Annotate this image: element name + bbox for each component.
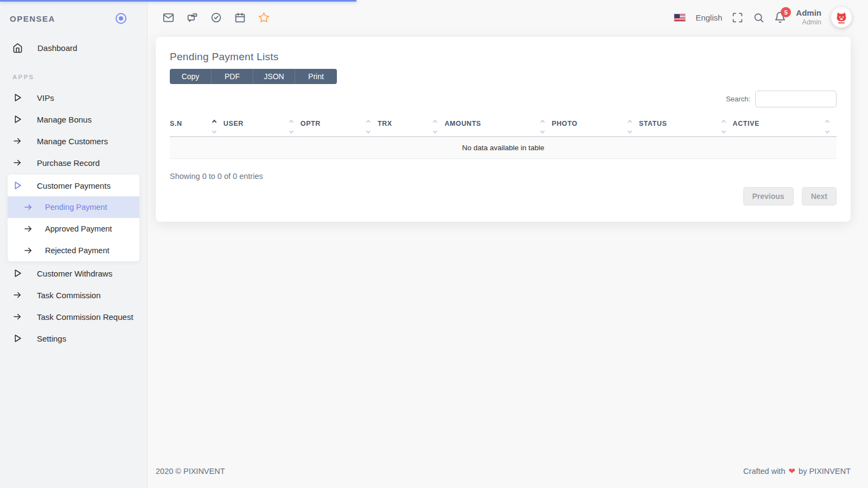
sidebar-item-label: Purchase Record [37,158,100,168]
sort-asc-icon [289,120,293,124]
search-label: Search: [726,95,750,103]
page-loading-bar [0,0,356,2]
chat-shortcut-button[interactable] [187,12,198,23]
star-shortcut-button[interactable] [258,12,270,23]
sidebar-item-label: Customer Withdraws [37,269,112,278]
user-menu[interactable]: Admin Admin [796,8,821,27]
column-header-sn[interactable]: S.N [170,115,224,137]
empty-message: No data available in table [170,137,837,159]
column-header-status[interactable]: STATUS [639,115,733,137]
sidebar-item-label: VIPs [37,93,54,102]
sort-desc-icon [289,129,293,133]
footer-credit-suffix: by PIXINVENT [799,467,851,476]
home-icon [12,43,23,53]
sort-icons [433,120,437,133]
sidebar-item-label: Manage Bonus [37,115,92,124]
sidebar-item-label: Task Commission Request [37,312,133,322]
pdf-export-button[interactable]: PDF [212,69,253,84]
json-export-button[interactable]: JSON [253,69,295,84]
fullscreen-button[interactable] [732,12,743,23]
sort-asc-icon [721,120,725,124]
sidebar-item-manage-bonus[interactable]: Manage Bonus [0,108,147,130]
sort-asc-icon [627,120,631,124]
footer-credit-prefix: Crafted with [743,467,785,476]
heart-icon: ❤ [789,466,796,476]
pagination: Previous Next [170,187,837,206]
check-circle-shortcut-button[interactable] [210,12,222,23]
column-header-amounts[interactable]: AMOUNTS [444,115,552,137]
column-header-trx[interactable]: TRX [378,115,445,137]
mail-shortcut-button[interactable] [163,12,174,23]
column-header-label: STATUS [639,120,667,127]
print-export-button[interactable]: Print [295,69,337,84]
sidebar-item-label: Dashboard [37,43,77,53]
notifications-button[interactable]: 5 [774,11,786,23]
sidebar-pin-toggle-icon[interactable] [116,13,126,24]
sidebar-item-label: Settings [37,334,66,343]
sidebar-item-customer-withdraws[interactable]: Customer Withdraws [0,262,147,284]
avatar[interactable] [831,7,852,28]
calendar-shortcut-button[interactable] [234,12,246,23]
brand: OPENSEA [0,0,147,37]
search-button[interactable] [753,12,764,23]
sort-desc-icon [540,129,545,133]
triangle-right-icon [12,333,22,343]
sidebar-item-task-commission-request[interactable]: Task Commission Request [0,306,147,328]
pending-payments-card: Pending Payment Lists CopyPDFJSONPrint S… [156,37,851,222]
column-header-label: ACTIVE [733,120,760,127]
sort-icons [628,120,631,133]
sidebar-item-settings[interactable]: Settings [0,328,147,349]
sidebar: OPENSEA Dashboard APPS VIPsManage BonusM… [0,0,148,488]
column-header-active[interactable]: ACTIVE [733,115,837,137]
sort-icons [367,120,370,133]
arrow-right-icon [23,202,33,212]
triangle-right-icon [12,114,22,124]
sort-icons [213,120,216,133]
column-header-label: PHOTO [552,120,577,127]
triangle-right-icon [12,93,22,102]
navbar-right: English 5 Admin Admin [674,7,852,28]
previous-page-button[interactable]: Previous [743,187,794,206]
sidebar-item-manage-customers[interactable]: Manage Customers [0,130,147,152]
sidebar-item-customer-payments[interactable]: Customer Payments [8,175,139,196]
arrow-right-icon [12,290,22,300]
table-header-row: S.NUSEROPTRTRXAMOUNTSPHOTOSTATUSACTIVE [170,115,837,137]
table-search-input[interactable] [755,91,837,107]
sidebar-item-dashboard[interactable]: Dashboard [0,37,147,59]
next-page-button[interactable]: Next [802,187,837,206]
sidebar-item-vips[interactable]: VIPs [0,87,147,108]
sidebar-item-label: Customer Payments [37,181,111,190]
arrow-right-icon [23,246,33,255]
us-flag-icon [674,14,686,22]
sidebar-item-label: Task Commission [37,291,101,300]
top-navbar: English 5 Admin Admin [148,0,868,35]
page-title: Pending Payment Lists [170,51,837,63]
sidebar-item-label: Manage Customers [37,137,108,146]
column-header-optr[interactable]: OPTR [301,115,378,137]
sidebar-subitem-approved-payment[interactable]: Approved Payment [8,218,139,240]
sort-desc-icon [366,129,371,133]
column-header-user[interactable]: USER [224,115,301,137]
sort-asc-icon [433,120,437,124]
sidebar-item-task-commission[interactable]: Task Commission [0,284,147,306]
language-selector[interactable]: English [695,13,722,22]
main-area: English 5 Admin Admin [148,0,868,488]
sidebar-subitem-rejected-payment[interactable]: Rejected Payment [8,240,139,261]
star-icon [258,12,270,23]
sidebar-subitem-pending-payment[interactable]: Pending Payment [8,196,139,218]
copy-export-button[interactable]: Copy [170,69,212,84]
sidebar-subitem-label: Rejected Payment [45,246,109,255]
sort-asc-icon [212,120,216,124]
sidebar-subitem-label: Pending Payment [45,203,107,211]
arrow-right-icon [23,224,33,234]
sidebar-group-customer-payments: Customer PaymentsPending PaymentApproved… [8,175,139,261]
column-header-photo[interactable]: PHOTO [552,115,639,137]
mail-icon [163,12,174,23]
column-header-label: S.N [170,120,182,127]
sort-icons [722,120,725,133]
sort-desc-icon [212,129,216,133]
sidebar-item-purchase-record[interactable]: Purchase Record [0,152,147,174]
bookmark-shortcuts [163,12,270,23]
avatar-logo-icon [834,10,848,24]
sort-desc-icon [721,129,725,133]
